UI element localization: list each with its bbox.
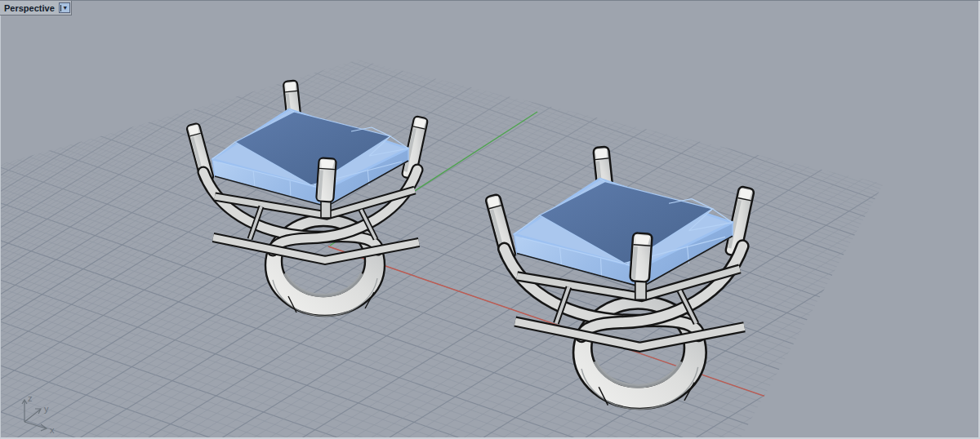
- chevron-down-icon: ▼: [62, 5, 68, 11]
- gizmo-z-label: z: [28, 393, 33, 403]
- ground-grid: [0, 1, 980, 439]
- separator: [60, 5, 61, 11]
- gizmo-y-label: y: [44, 404, 49, 414]
- ring-model-2[interactable]: [485, 146, 755, 409]
- perspective-viewport[interactable]: z y x Perspective ▼: [0, 0, 980, 439]
- viewport-menu-button[interactable]: ▼: [59, 2, 70, 13]
- viewport-title-bar: Perspective ▼: [0, 1, 72, 16]
- gizmo-z-arrow: [22, 400, 27, 422]
- gizmo-x-label: x: [50, 425, 55, 435]
- viewport-canvas[interactable]: z y x: [0, 1, 980, 439]
- viewport-title[interactable]: Perspective: [4, 3, 59, 13]
- ring-model-1[interactable]: [186, 80, 428, 316]
- axis-gizmo: z y x: [22, 393, 55, 435]
